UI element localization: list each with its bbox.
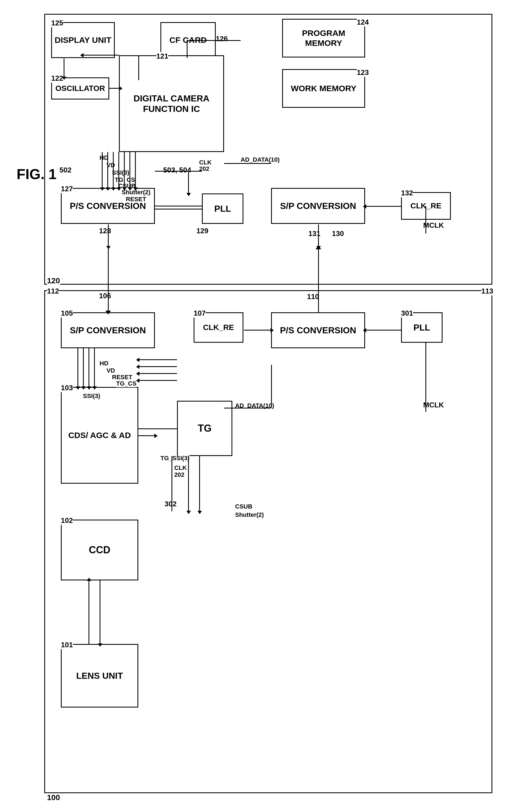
sp-top-down-arrow	[318, 225, 319, 246]
dcf-cf-line	[224, 40, 241, 41]
tg-to-cds-line-h	[138, 428, 177, 429]
divider-line	[44, 290, 492, 291]
vd-top-line	[107, 152, 108, 188]
label-122: 122	[51, 74, 63, 83]
tg-block: TG	[177, 401, 232, 456]
sp-bot-down-line4	[94, 348, 95, 387]
ad-data-bot-line	[224, 408, 271, 408]
csub-top-line	[124, 152, 125, 188]
tg-hd-line	[139, 359, 177, 360]
hd-bot-label: HD	[100, 360, 108, 367]
clkre-to-sp-line	[365, 206, 401, 207]
202-bot-label: 202	[174, 471, 185, 478]
label-103: 103	[61, 384, 73, 392]
label-102: 102	[61, 516, 73, 525]
ps-conversion-bot-block: P/S CONVERSION	[271, 312, 365, 348]
label-110: 110	[307, 292, 319, 301]
lens-unit-block: LENS UNIT	[61, 644, 138, 707]
label-112: 112	[47, 287, 59, 295]
ad-data-top-line	[224, 163, 271, 164]
sp-bot-down-line	[77, 348, 78, 387]
label-120: 120	[47, 277, 60, 285]
label-125: 125	[51, 19, 63, 27]
tg-to-shutter-line	[199, 456, 200, 511]
ccd-block: CCD	[61, 520, 138, 580]
ad-data10-top-label: AD_DATA(10)	[241, 156, 280, 163]
pll-to-ps-line	[155, 209, 202, 209]
tgcs-top-line	[118, 152, 119, 188]
label-128: 128	[99, 227, 111, 235]
ssi3-top-line	[113, 152, 114, 188]
down-arrow-to-bot	[105, 311, 111, 315]
tg-to-csub-line	[188, 456, 189, 511]
ps-top-out-line	[155, 206, 202, 206]
label-502: 502	[59, 166, 71, 174]
sp-bot-down-line3	[88, 348, 89, 387]
tg-ssi3-label: TG_SSI(3)	[160, 455, 189, 462]
sp-bot-down-line2	[83, 348, 84, 387]
label-101: 101	[61, 641, 73, 649]
302-bot-line	[171, 456, 172, 511]
cds-agc-ad-block: CDS/ AGC & AD	[61, 387, 138, 484]
label-121: 121	[156, 52, 168, 60]
tg-cs-bot-label: TG_CS	[116, 380, 136, 387]
label-123: 123	[357, 68, 369, 77]
lens-to-ccd-line	[88, 580, 89, 644]
digital-camera-block: DIGITAL CAMERA FUNCTION IC	[119, 55, 224, 152]
mclk-bot-line	[425, 343, 426, 412]
program-memory-block: PROGRAM MEMORY	[282, 19, 365, 57]
display-unit-block: DISPLAY UNIT	[51, 22, 115, 58]
csub-bot-label: CSUB	[235, 503, 252, 510]
mclk-bot-label: MCLK	[423, 401, 444, 409]
label-100: 100	[47, 793, 60, 802]
page: FIG. 1 120 302 DISPLAY UNIT 125 CF CARD …	[0, 0, 515, 812]
mclk-top-label: MCLK	[423, 221, 444, 230]
osc-to-dcf-arrow	[109, 88, 120, 89]
cf-line-v	[187, 40, 188, 58]
clk-to-pll-line	[188, 171, 189, 194]
sp-conversion-bot-block: S/P CONVERSION	[61, 312, 155, 348]
cf-line-h	[187, 40, 225, 41]
dcf-to-display-line	[138, 55, 139, 80]
vd-bot-label: VD	[107, 367, 115, 374]
clkre-to-ps-bot-line	[244, 330, 271, 330]
label-113: 113	[481, 287, 493, 295]
ccd-to-lens-arrow	[100, 580, 100, 644]
shutter2-bot-label: Shutter(2)	[235, 511, 264, 519]
label-107: 107	[194, 309, 206, 318]
clk-bot-label: CLK	[174, 464, 187, 471]
cds-to-sp-arrow	[138, 435, 155, 436]
ps-bot-out-line	[365, 330, 401, 330]
work-memory-block: WORK MEMORY	[282, 69, 365, 108]
label-301: 301	[401, 309, 413, 318]
label-130: 130	[332, 229, 344, 238]
label-106: 106	[99, 292, 111, 300]
bot-to-top-line	[318, 247, 319, 312]
ssi3-top-label: SSI(3)	[112, 169, 129, 176]
clk-top-h-line	[155, 171, 202, 172]
tg-to-cds-line-v	[177, 428, 178, 456]
ps-top-down-arrow	[108, 225, 109, 246]
mclk-top-line	[425, 206, 426, 234]
tg-tgcs-line	[139, 380, 177, 381]
reset-top-label: RESET	[126, 196, 146, 203]
ssi3-bot-label: SSI(3)	[83, 393, 100, 400]
sp-conversion-top-block: S/P CONVERSION	[271, 188, 365, 224]
shutter2-top-line	[130, 152, 130, 188]
label-302-bot: 302	[165, 500, 177, 508]
label-105: 105	[61, 309, 73, 318]
label-132: 132	[401, 189, 413, 197]
top-to-bot-line	[108, 247, 109, 312]
reset-top-line	[135, 152, 136, 188]
label-129: 129	[196, 227, 208, 235]
label-126: 126	[216, 34, 227, 43]
hd-top-line	[102, 152, 103, 188]
pll-top-block: PLL	[202, 194, 243, 224]
tg-reset-line	[139, 373, 177, 374]
dcf-to-display-arrow	[83, 55, 119, 56]
label-124: 124	[357, 18, 369, 27]
tg-vd-line	[139, 366, 177, 367]
up-arrow-to-top	[316, 245, 321, 249]
label-127: 127	[61, 184, 73, 193]
hd-top-label: HD	[100, 154, 108, 162]
